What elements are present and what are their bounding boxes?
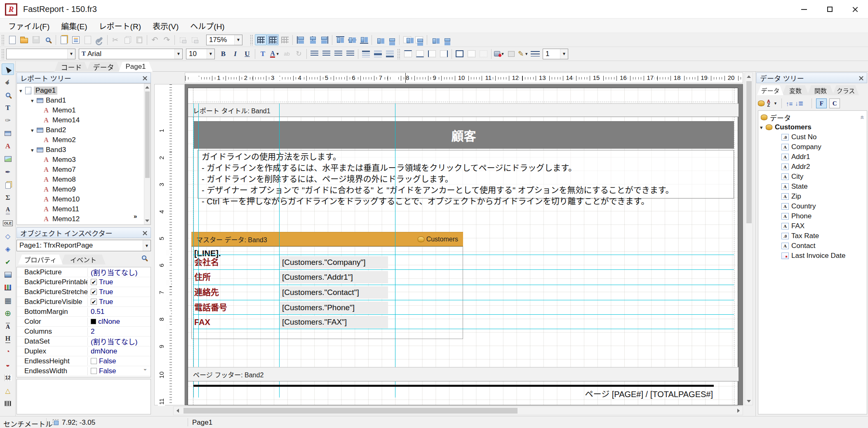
vertical-ruler[interactable]: 1234567891011 [154,84,185,405]
menu-view[interactable]: 表示(V) [147,19,184,33]
inspector-tab-events[interactable]: イベント [61,255,106,264]
property-row[interactable]: BackPicturePrintable✔True [17,277,151,287]
guide-line-vertical[interactable] [193,103,194,398]
menu-report[interactable]: レポート(R) [93,19,147,33]
text-align-center-button[interactable] [320,48,332,59]
guide-line-horizontal[interactable] [193,255,734,255]
frame-top-button[interactable] [402,48,414,59]
line-width-combo[interactable]: 1 ▼ [543,49,568,59]
checkbox-object-tool[interactable]: ✔ [2,256,14,268]
data-field-item[interactable]: ACountry [781,201,816,211]
checkbox-icon[interactable] [91,368,97,374]
data-field-item[interactable]: AAddr2 [781,162,810,172]
footer-memo-object[interactable]: ページ [PAGE#] / [TOTALPAGES#] [585,388,713,400]
guide-line-vertical[interactable] [395,103,395,398]
hand-tool[interactable]: ☛ [2,76,14,88]
footer-line-object[interactable] [193,385,714,387]
property-row[interactable]: BackPictureVisible✔True [17,297,151,307]
italic-button[interactable]: I [229,48,241,59]
text-edit-tool[interactable]: T [2,102,14,114]
checkbox-icon[interactable] [91,358,97,364]
property-row[interactable]: BackPictureStretched✔True [17,287,151,297]
report-tree-item[interactable]: ▾Band3 [31,145,66,155]
open-report-button[interactable] [18,34,30,45]
center-vertically-button[interactable] [413,34,425,45]
align-tops-button[interactable] [334,34,346,45]
data-tree-tab-data[interactable]: データ [757,85,783,95]
chevron-down-icon[interactable]: ▼ [560,49,568,59]
checkbox-icon[interactable]: ✔ [91,279,97,285]
center-horizontally-button[interactable] [401,34,413,45]
field-caption-memo[interactable]: 電話番号 [194,302,227,314]
collapse-all-icon[interactable]: ↑≡ [786,100,793,107]
property-row[interactable]: Columns2 [17,327,151,337]
guide-text-memo-object[interactable]: ガイドラインの使用方法を示します。- ガイドラインを作成するには、水平または垂直… [198,150,734,199]
picture-object-tool[interactable] [2,153,14,165]
property-row[interactable]: DuplexdmNone [17,346,151,356]
ole-object-tool[interactable]: OLE [2,218,14,229]
fill-color-button[interactable]: ▼ [493,48,505,59]
page-footer-band-header[interactable]: ページ フッター: Band2 [188,367,739,381]
chevron-down-icon[interactable]: ▼ [143,240,151,251]
chevron-down-icon[interactable]: ▼ [276,52,280,56]
close-button[interactable] [842,0,868,19]
close-panel-icon[interactable] [859,76,863,80]
horizontal-ruler[interactable]: 1234567891011121314151617181920 [185,73,743,83]
zoom-combo[interactable]: 175% ▼ [206,35,242,45]
chart-object-tool[interactable] [2,282,14,293]
data-tree-tab-variables[interactable]: 変数 [782,85,809,95]
guide-marker[interactable] [390,77,396,83]
data-field-item[interactable]: .0Tax Rate [781,231,819,241]
expand-all-icon[interactable]: ↓≣ [795,100,803,107]
property-row[interactable]: EndlessHeightFalse [17,356,151,366]
field-caption-memo[interactable]: 会社名 [194,256,219,269]
font-name-combo[interactable]: T Arial ▼ [79,49,183,59]
field-caption-memo[interactable]: 連絡先 [194,286,219,299]
select-tool[interactable] [2,63,14,75]
chevron-expanded-icon[interactable]: ▾ [31,127,37,133]
align-middles-button[interactable] [346,34,358,45]
align-centers-button[interactable] [306,34,318,45]
format-painter-tool[interactable]: ✑ [2,115,14,126]
design-vertical-scrollbar[interactable] [745,73,753,405]
insert-band-tool[interactable] [2,128,14,139]
text-align-bottom-button[interactable] [384,48,396,59]
report-tree-item[interactable]: AMemo1 [42,105,76,115]
diagram-object-tool[interactable]: ◇ [2,231,14,242]
show-fields-button[interactable]: F [816,98,827,108]
data-field-item[interactable]: Last Invoice Date [781,251,845,261]
property-row[interactable]: ColorclNone [17,317,151,327]
menu-edit[interactable]: 編集(E) [55,19,93,33]
show-classes-button[interactable]: C [829,98,840,108]
field-value-memo[interactable]: [Customers."Addr1"] [280,271,388,283]
text-align-top-button[interactable] [360,48,372,59]
report-tree-item[interactable]: AMemo2 [42,135,76,145]
frame-bottom-button[interactable] [414,48,426,59]
field-value-memo[interactable]: [Customers."Phone"] [280,302,388,314]
guide-line-horizontal[interactable] [193,329,734,329]
frame-right-button[interactable] [438,48,450,59]
checkbox-icon[interactable]: ✔ [91,299,97,305]
report-page[interactable]: レポート タイトル: Band1 顧客 ガイドラインの使用方法を示します。- ガ… [188,88,738,405]
style-combo[interactable]: ▼ [6,49,75,59]
design-horizontal-scrollbar[interactable] [173,406,743,415]
tab-page1[interactable]: Page1 [119,62,153,72]
property-row[interactable]: EndlessWidthFalse [17,366,151,376]
property-row[interactable]: DataSet(割り当てなし) [17,337,151,346]
frame-none-button[interactable] [466,48,478,59]
report-title-band-header[interactable]: レポート タイトル: Band1 [188,103,739,117]
same-width-button[interactable] [429,34,441,45]
underline-button[interactable]: U [241,48,253,59]
data-field-item[interactable]: AZip [781,192,801,201]
report-tree-scrollbar[interactable] [144,84,151,225]
linear-gauge-object-tool[interactable]: ◒ [2,359,14,371]
maximize-button[interactable] [817,0,842,19]
field-value-memo[interactable]: [Customers."FAX"] [280,316,388,328]
data-field-item[interactable]: AContact [781,241,816,251]
data-root-node[interactable]: データ [761,112,791,122]
field-value-memo[interactable]: [Customers."Company"] [280,256,388,269]
text-object-tool[interactable]: A [2,140,14,152]
richtext-object-tool[interactable]: A [2,205,14,216]
font-style-button[interactable]: T [257,48,269,59]
guide-line-horizontal[interactable] [193,314,734,315]
